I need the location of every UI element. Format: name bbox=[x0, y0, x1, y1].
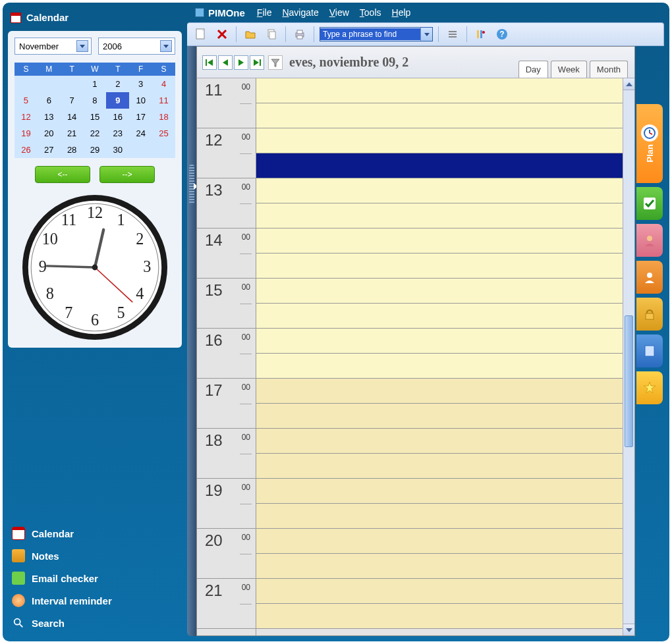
time-slot[interactable] bbox=[256, 554, 623, 579]
open-button[interactable] bbox=[242, 26, 259, 43]
search-box[interactable] bbox=[320, 27, 433, 41]
time-slot[interactable] bbox=[256, 404, 623, 429]
time-slot[interactable] bbox=[256, 604, 623, 629]
tab-month[interactable]: Month bbox=[590, 61, 628, 78]
calendar-day[interactable]: 9 bbox=[106, 92, 129, 109]
tab-favorites[interactable] bbox=[636, 371, 663, 404]
calendar-day[interactable]: 12 bbox=[14, 109, 38, 125]
year-select[interactable]: 2006 bbox=[98, 38, 175, 55]
filter-button[interactable] bbox=[268, 55, 283, 70]
time-slot[interactable] bbox=[256, 579, 623, 604]
time-slot[interactable] bbox=[256, 454, 623, 479]
calendar-day[interactable]: 14 bbox=[61, 109, 84, 125]
mini-calendar[interactable]: SMTWTFS 12345678910111213141516171819202… bbox=[14, 63, 175, 158]
calendar-day[interactable]: 19 bbox=[14, 125, 38, 142]
tab-tasks[interactable] bbox=[636, 187, 663, 220]
calendar-day[interactable]: 6 bbox=[38, 92, 61, 109]
copy-button[interactable] bbox=[263, 26, 280, 43]
time-slot[interactable] bbox=[256, 379, 623, 404]
calendar-day[interactable]: 20 bbox=[38, 125, 61, 142]
splitter[interactable] bbox=[187, 46, 196, 636]
calendar-day[interactable]: 27 bbox=[38, 142, 61, 158]
time-slot[interactable] bbox=[256, 153, 623, 178]
calendar-day[interactable]: 23 bbox=[106, 125, 129, 142]
calendar-day[interactable]: 17 bbox=[129, 109, 152, 125]
sidebar-item-search[interactable]: Search bbox=[8, 612, 182, 633]
time-slot[interactable] bbox=[256, 504, 623, 529]
menu-help[interactable]: Help bbox=[392, 7, 411, 18]
month-select[interactable]: November bbox=[14, 38, 92, 55]
calendar-day[interactable]: 28 bbox=[61, 142, 84, 158]
calendar-day[interactable]: 24 bbox=[129, 125, 152, 142]
calendar-day[interactable]: 26 bbox=[14, 142, 38, 158]
calendar-day[interactable]: 22 bbox=[84, 125, 107, 142]
time-slot[interactable] bbox=[256, 279, 623, 304]
time-slot[interactable] bbox=[256, 479, 623, 504]
time-row: 1700 bbox=[197, 379, 256, 429]
calendar-day[interactable]: 16 bbox=[106, 109, 129, 125]
vertical-scrollbar[interactable] bbox=[623, 78, 634, 635]
prev-button[interactable] bbox=[218, 55, 233, 70]
menu-navigate[interactable]: Navigate bbox=[282, 7, 318, 18]
options-button[interactable] bbox=[472, 26, 490, 43]
scroll-thumb[interactable] bbox=[625, 315, 633, 447]
tab-notes[interactable] bbox=[636, 335, 663, 367]
calendar-day[interactable]: 13 bbox=[38, 109, 61, 125]
calendar-day[interactable]: 5 bbox=[14, 92, 38, 109]
calendar-day[interactable]: 10 bbox=[129, 92, 152, 109]
print-button[interactable] bbox=[291, 26, 308, 43]
sidebar-item-reminder[interactable]: Interval reminder bbox=[8, 590, 182, 611]
delete-button[interactable] bbox=[213, 26, 231, 43]
time-slot[interactable] bbox=[256, 203, 623, 228]
calendar-day[interactable]: 25 bbox=[152, 125, 175, 142]
time-slot[interactable] bbox=[256, 228, 623, 254]
calendar-day[interactable]: 4 bbox=[152, 76, 175, 92]
time-slot[interactable] bbox=[256, 354, 623, 379]
sidebar-item-calendar[interactable]: Calendar bbox=[8, 523, 182, 544]
first-button[interactable] bbox=[202, 55, 217, 70]
time-slot[interactable] bbox=[256, 529, 623, 554]
tab-profile[interactable] bbox=[636, 261, 663, 294]
tab-day[interactable]: Day bbox=[518, 61, 548, 78]
chevron-down-icon[interactable] bbox=[420, 28, 432, 41]
calendar-day[interactable]: 3 bbox=[129, 76, 152, 92]
time-slot[interactable] bbox=[256, 329, 623, 354]
time-slot[interactable] bbox=[256, 128, 623, 153]
calendar-day[interactable]: 29 bbox=[84, 142, 107, 158]
tab-plan[interactable]: Plan bbox=[636, 104, 663, 183]
last-button[interactable] bbox=[250, 55, 264, 70]
menu-view[interactable]: View bbox=[329, 7, 349, 18]
calendar-day[interactable]: 7 bbox=[61, 92, 84, 109]
calendar-day[interactable]: 18 bbox=[152, 109, 175, 125]
calendar-day[interactable]: 8 bbox=[84, 92, 107, 109]
time-slot[interactable] bbox=[256, 178, 623, 203]
time-slot[interactable] bbox=[256, 78, 623, 103]
scroll-down-icon[interactable] bbox=[623, 624, 634, 635]
calendar-day[interactable]: 15 bbox=[84, 109, 107, 125]
next-button[interactable] bbox=[234, 55, 248, 70]
calendar-day[interactable]: 30 bbox=[106, 142, 129, 158]
new-button[interactable] bbox=[192, 26, 210, 43]
help-button[interactable]: ? bbox=[493, 26, 511, 43]
calendar-day[interactable]: 1 bbox=[84, 76, 107, 92]
tab-password[interactable] bbox=[636, 298, 663, 331]
time-slot[interactable] bbox=[256, 103, 623, 128]
menu-file[interactable]: File bbox=[257, 7, 272, 18]
scroll-up-icon[interactable] bbox=[623, 78, 634, 90]
time-slot[interactable] bbox=[256, 254, 623, 279]
tab-week[interactable]: Week bbox=[551, 61, 587, 78]
calendar-day[interactable]: 2 bbox=[106, 76, 129, 92]
list-button[interactable] bbox=[444, 26, 461, 43]
calendar-day[interactable]: 11 bbox=[152, 92, 175, 109]
prev-month-button[interactable]: <-- bbox=[35, 166, 90, 183]
time-slot[interactable] bbox=[256, 304, 623, 329]
sidebar-item-email[interactable]: Email checker bbox=[8, 568, 182, 589]
next-month-button[interactable]: --> bbox=[99, 166, 155, 183]
sidebar-item-notes[interactable]: Notes bbox=[8, 545, 182, 566]
event-column[interactable] bbox=[256, 78, 623, 635]
calendar-day[interactable]: 21 bbox=[61, 125, 84, 142]
time-slot[interactable] bbox=[256, 429, 623, 454]
search-input[interactable] bbox=[320, 28, 420, 40]
tab-contacts[interactable] bbox=[636, 224, 663, 257]
menu-tools[interactable]: Tools bbox=[360, 7, 381, 18]
